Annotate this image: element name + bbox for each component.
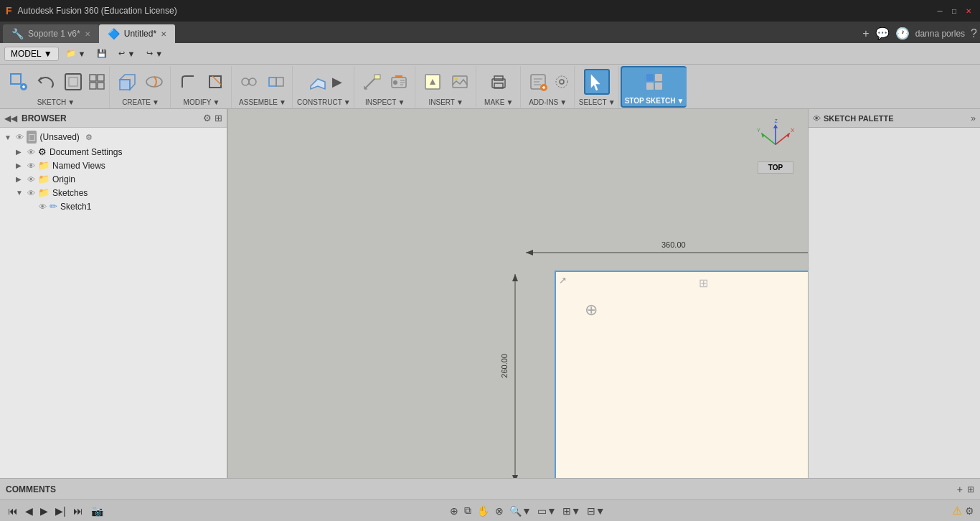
tree-item-sketch1[interactable]: 👁 ✏ Sketch1 <box>23 200 227 213</box>
pan-button[interactable]: ✋ <box>476 504 491 518</box>
tree-eye-root[interactable]: 👁 <box>16 133 24 141</box>
inspect-measure-icon[interactable] <box>359 69 385 95</box>
construct-arrow-icon[interactable]: ▶ <box>332 74 342 90</box>
status-right-area: ⚠ ⚙ <box>952 504 974 517</box>
notification-button[interactable]: 💬 <box>875 27 890 40</box>
save-icon: 💾 <box>97 49 107 58</box>
tree-item-origin[interactable]: ▶ 👁 📁 Origin <box>11 172 227 186</box>
inspect-group-label[interactable]: INSPECT ▼ <box>365 98 405 106</box>
sketch-grid-view-icon[interactable] <box>88 72 106 91</box>
tree-item-root[interactable]: ▼ 👁 □ (Unsaved) ⚙ <box>0 129 227 145</box>
redo-button[interactable]: ↪ ▼ <box>142 45 167 62</box>
assemble-motion-icon[interactable] <box>263 69 289 95</box>
create-extrude-icon[interactable] <box>114 69 140 95</box>
create-group-label[interactable]: CREATE ▼ <box>122 98 159 106</box>
recent-button[interactable]: 🕐 <box>895 27 910 40</box>
viewport[interactable]: X Y Z TOP 360.00 2 <box>228 109 808 478</box>
timeline-camera-icon[interactable]: 📷 <box>91 505 103 517</box>
browser-actions: ⚙ ⊞ <box>203 113 222 123</box>
inspect-display-icon[interactable] <box>386 69 412 95</box>
stop-sketch-icon[interactable] <box>641 69 667 95</box>
tree-eye-origin[interactable]: 👁 <box>27 175 35 184</box>
comment-resize-icon[interactable]: ⊞ <box>967 484 974 494</box>
sketch-rectangle[interactable]: ↗ ↘ ↙ ⊞ ⊕ <box>555 271 808 478</box>
sketch-group-label[interactable]: SKETCH ▼ <box>37 98 75 106</box>
sketch-view-icon[interactable] <box>60 69 86 95</box>
warning-icon[interactable]: ⚠ <box>952 504 962 517</box>
addins-scripts-icon[interactable] <box>525 69 551 95</box>
modify-group-label[interactable]: MODIFY ▼ <box>184 98 220 106</box>
make-print-icon[interactable] <box>486 69 512 95</box>
display-mode-button[interactable]: ▭▼ <box>536 504 558 518</box>
maximize-button[interactable]: □ <box>948 5 960 17</box>
viewport-button[interactable]: ⊟▼ <box>585 504 607 518</box>
tree-settings-icon-root[interactable]: ⚙ <box>85 133 93 142</box>
tree-item-sketches[interactable]: ▼ 👁 📁 Sketches <box>11 186 227 200</box>
look-at-button[interactable]: ⧉ <box>463 503 473 518</box>
dimension-v-label: 260.00 <box>497 353 512 379</box>
undo-button[interactable]: ↩ ▼ <box>114 45 139 62</box>
browser-settings-icon[interactable]: ⚙ <box>203 113 212 123</box>
insert-image-icon[interactable] <box>447 69 473 95</box>
grid-button[interactable]: ⊞▼ <box>561 504 583 518</box>
orbit-button[interactable]: ⊕ <box>448 504 460 518</box>
file-button[interactable]: 📁 ▼ <box>62 45 90 62</box>
browser-resize-icon[interactable]: ⊞ <box>215 113 222 123</box>
playback-play-button[interactable]: ▶ <box>38 504 50 518</box>
select-group-label[interactable]: SELECT ▼ <box>579 98 616 106</box>
tree-eye-sketches[interactable]: 👁 <box>27 189 35 197</box>
select-icon[interactable] <box>584 69 610 95</box>
toolbar-group-stopsketch: STOP SKETCH ▼ <box>621 66 687 108</box>
playback-prev-button[interactable]: ◀ <box>23 504 35 518</box>
modify-chamfer-icon[interactable] <box>202 69 228 95</box>
playback-next-button[interactable]: ▶| <box>53 504 68 518</box>
assemble-group-label[interactable]: ASSEMBLE ▼ <box>239 98 286 106</box>
close-button[interactable]: ✕ <box>963 5 974 17</box>
tab-soporte-close[interactable]: ✕ <box>85 30 90 38</box>
addins-group-label[interactable]: ADD-INS ▼ <box>529 98 567 106</box>
sketch-undo-icon[interactable] <box>33 69 59 95</box>
construct-group-label[interactable]: CONSTRUCT ▼ <box>297 98 351 106</box>
inspect-label-text: INSPECT <box>365 98 396 106</box>
playback-last-button[interactable]: ⏭ <box>71 504 85 518</box>
create-revolve-icon[interactable] <box>141 69 167 95</box>
minimize-button[interactable]: ─ <box>934 5 946 17</box>
tree-label-unsaved: (Unsaved) <box>39 132 79 142</box>
tree-eye-sketch1[interactable]: 👁 <box>39 202 47 211</box>
sketch-create-icon[interactable] <box>6 69 32 95</box>
construct-plane-icon[interactable] <box>305 69 331 95</box>
browser-collapse-button[interactable]: ◀◀ <box>4 113 17 123</box>
sketch-resize-handle[interactable]: ⊞ <box>699 276 708 290</box>
palette-expand-icon[interactable]: » <box>971 113 976 123</box>
tree-eye-namedviews[interactable]: 👁 <box>27 161 35 170</box>
tab-soporte[interactable]: 🔧 Soporte 1 v6* ✕ <box>3 24 99 43</box>
zoom-button[interactable]: ⊗ <box>494 504 505 518</box>
redo-dropdown: ▼ <box>155 50 163 58</box>
tree-eye-docsettings[interactable]: 👁 <box>27 148 35 156</box>
save-button[interactable]: 💾 <box>93 45 111 62</box>
assemble-joint-icon[interactable] <box>236 69 262 95</box>
tab-untitled[interactable]: 🔷 Untitled* ✕ <box>99 24 175 43</box>
palette-eye-icon[interactable]: 👁 <box>813 114 821 123</box>
axis-indicator[interactable]: X Y Z TOP <box>750 116 801 174</box>
make-dropdown-icon: ▼ <box>506 98 513 106</box>
addins-settings-icon[interactable] <box>552 72 571 91</box>
playback-first-button[interactable]: ⏮ <box>6 504 20 518</box>
new-tab-button[interactable]: + <box>862 27 869 40</box>
insert-group-label[interactable]: INSERT ▼ <box>428 98 463 106</box>
window-controls[interactable]: ─ □ ✕ <box>934 5 974 17</box>
tree-item-docsettings[interactable]: ▶ 👁 ⚙ Document Settings <box>11 145 227 159</box>
comment-add-button[interactable]: + <box>957 484 963 495</box>
status-settings-icon[interactable]: ⚙ <box>965 505 974 517</box>
stopsketch-group-label[interactable]: STOP SKETCH ▼ <box>625 97 684 105</box>
make-group-label[interactable]: MAKE ▼ <box>484 98 513 106</box>
help-button[interactable]: ? <box>971 27 977 40</box>
modify-fillet-icon[interactable] <box>175 69 201 95</box>
model-selector[interactable]: MODEL ▼ <box>4 47 59 61</box>
tab-untitled-close[interactable]: ✕ <box>161 30 166 38</box>
sketch-palette-header[interactable]: 👁 SKETCH PALETTE » <box>809 109 980 128</box>
zoom-dropdown[interactable]: 🔍▼ <box>508 504 533 518</box>
tree-item-namedviews[interactable]: ▶ 👁 📁 Named Views <box>11 159 227 172</box>
axis-view-label[interactable]: TOP <box>758 161 793 174</box>
insert-canvas-icon[interactable] <box>420 69 446 95</box>
